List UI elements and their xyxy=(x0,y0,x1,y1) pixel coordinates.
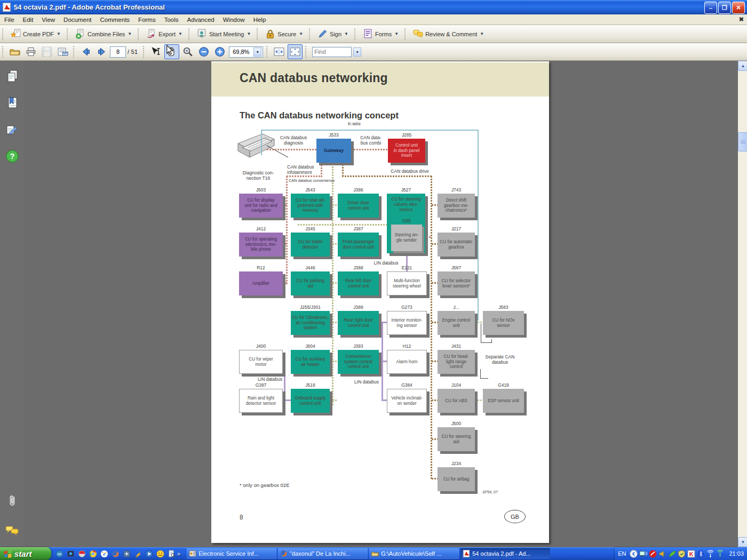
next-arrow-icon xyxy=(97,46,107,57)
toolbar-grip xyxy=(257,28,259,40)
bus-line-black xyxy=(481,342,492,343)
close-button[interactable]: ✕ xyxy=(732,2,745,14)
secure-button[interactable]: Secure▼ xyxy=(262,27,306,41)
quick-launch-red-orb-icon[interactable] xyxy=(78,550,86,558)
node-code-label: G85 xyxy=(391,218,422,223)
bus-line-olive xyxy=(330,243,338,245)
quick-launch-media-player-icon[interactable] xyxy=(145,550,153,558)
node-code-label: J543 xyxy=(291,187,330,193)
print-button[interactable] xyxy=(23,44,38,59)
tray-signal-icon[interactable] xyxy=(716,550,724,558)
tray-shield-icon[interactable] xyxy=(678,550,686,558)
quick-launch-ms-blue-icon[interactable]: MS xyxy=(55,550,63,558)
minimize-button[interactable]: – xyxy=(704,2,717,14)
quick-launch-overflow[interactable]: » xyxy=(177,550,180,557)
language-indicator[interactable]: EN xyxy=(618,550,626,557)
combine-files-button[interactable]: Combine Files▼ xyxy=(72,27,135,41)
marquee-zoom-icon xyxy=(182,46,193,57)
email-button[interactable] xyxy=(55,44,70,59)
node-j255j301: CU for Climatronic, air conditioning sys… xyxy=(291,311,330,335)
quick-launch-yahoo-messenger-icon[interactable] xyxy=(156,550,164,558)
toolbar-grip xyxy=(2,28,5,40)
review-comment-button[interactable]: Review & Comment▼ xyxy=(410,27,487,41)
zoom-dropdown-icon[interactable]: ▼ xyxy=(253,47,261,57)
bus-line-rose xyxy=(286,175,288,284)
nav-pane-help-icon[interactable]: ? xyxy=(5,149,19,163)
nav-pane-comments-icon[interactable] xyxy=(5,524,19,538)
taskbar-window-button[interactable]: “daxonul” De La Inchi... xyxy=(278,548,368,559)
menu-comments[interactable]: Comments xyxy=(96,17,134,23)
secure-label: Secure xyxy=(277,31,296,37)
node-code-label: J255/J301 xyxy=(291,305,330,310)
menu-tools[interactable]: Tools xyxy=(160,17,183,23)
diagram-label: CAN data- bus combi xyxy=(357,135,385,146)
menu-document[interactable]: Document xyxy=(59,17,96,23)
vertical-scrollbar[interactable]: ▲ ▼ xyxy=(738,61,747,547)
taskbar-window-button[interactable]: G:\AutoVehicule\Self ... xyxy=(369,548,459,559)
tray-volume-icon[interactable] xyxy=(658,550,666,558)
zoom-level-combo[interactable]: 69,8%▼ xyxy=(229,46,263,58)
scroll-up-icon[interactable]: ▲ xyxy=(738,61,747,71)
menu-edit[interactable]: Edit xyxy=(19,17,38,23)
zoom-in-button[interactable] xyxy=(212,44,227,59)
close-toolbar-icon[interactable]: ✖ xyxy=(739,16,744,23)
select-tool-button[interactable] xyxy=(148,44,163,59)
menu-bar: FileEditViewDocumentCommentsFormsToolsAd… xyxy=(0,14,747,25)
quick-launch-doc-viewer-icon[interactable] xyxy=(168,550,176,558)
fit-page-button[interactable] xyxy=(288,44,303,59)
menu-view[interactable]: View xyxy=(37,17,59,23)
quick-launch-internet-explorer-icon[interactable]: e xyxy=(100,550,108,558)
nav-pane-pages-icon[interactable] xyxy=(5,69,19,83)
tray-wifi-icon[interactable] xyxy=(706,550,714,558)
desktop: { "window": {"title": "54 octavia 2.pdf … xyxy=(0,0,747,560)
menu-window[interactable]: Window xyxy=(219,17,249,23)
fit-width-button[interactable] xyxy=(272,44,287,59)
prev-arrow-button[interactable] xyxy=(78,44,93,59)
menu-forms[interactable]: Forms xyxy=(134,17,160,23)
tray-bluetooth-icon[interactable] xyxy=(697,550,705,558)
tray-green-bird-icon[interactable] xyxy=(668,550,676,558)
node-e221: Multi-function steering wheel xyxy=(387,271,427,295)
nav-pane-bookmarks-icon[interactable] xyxy=(5,96,19,110)
zoom-out-button[interactable] xyxy=(196,44,211,59)
menu-file[interactable]: File xyxy=(0,17,19,23)
toolbar-grip xyxy=(67,28,69,40)
next-arrow-button[interactable] xyxy=(94,44,109,59)
dropdown-caret-icon: ▼ xyxy=(299,31,303,36)
quick-launch-app-blue-icon[interactable] xyxy=(123,550,131,558)
find-input[interactable] xyxy=(312,47,352,57)
find-dropdown-icon[interactable]: ▼ xyxy=(353,47,361,57)
forms-button[interactable]: Forms▼ xyxy=(360,27,402,41)
export-button[interactable]: Export▼ xyxy=(143,27,186,41)
create-pdf-button[interactable]: Create PDF▼ xyxy=(7,27,64,41)
marquee-zoom-button[interactable] xyxy=(180,44,195,59)
tray-avira-icon[interactable] xyxy=(649,550,657,558)
scrollbar-thumb[interactable] xyxy=(738,132,747,151)
taskbar-window-button[interactable]: Electronic Service Inf... xyxy=(187,548,276,559)
quick-launch-firefox-icon[interactable] xyxy=(112,550,120,558)
start-meeting-button[interactable]: Start Meeting▼ xyxy=(194,27,254,41)
page-number-input[interactable] xyxy=(110,46,126,58)
can-databus-diagram: J533GatewayJ285Control unit in dash pane… xyxy=(211,61,549,543)
nav-pane-paperclip-icon[interactable] xyxy=(5,494,19,508)
menu-help[interactable]: Help xyxy=(249,17,271,23)
scroll-down-icon[interactable]: ▼ xyxy=(738,537,747,547)
restore-button[interactable]: ❐ xyxy=(718,2,731,14)
nav-pane-sign-pen-icon[interactable] xyxy=(5,123,19,137)
tray-monitor-network-icon[interactable] xyxy=(639,550,647,558)
bus-line-brown xyxy=(432,438,438,440)
quick-launch-flash-icon[interactable] xyxy=(134,550,142,558)
tray-chevron-icon[interactable] xyxy=(630,550,638,558)
menu-advanced[interactable]: Advanced xyxy=(183,17,219,23)
tray-kaspersky-icon[interactable]: K xyxy=(687,550,695,558)
node-code-label: J387 xyxy=(338,226,379,231)
bus-line-rose xyxy=(351,149,388,150)
node-j446: CU for parking aid xyxy=(291,271,330,295)
quick-launch-chrome-icon[interactable] xyxy=(89,550,97,558)
quick-launch-webcam-icon[interactable] xyxy=(67,550,75,558)
sign-button[interactable]: Sign▼ xyxy=(314,27,352,41)
open-folder-button[interactable] xyxy=(7,44,22,59)
start-button[interactable]: start xyxy=(0,547,51,560)
taskbar-window-button[interactable]: 54 octavia 2.pdf - Ad... xyxy=(460,548,550,559)
node-code-label: H12 xyxy=(387,343,427,349)
